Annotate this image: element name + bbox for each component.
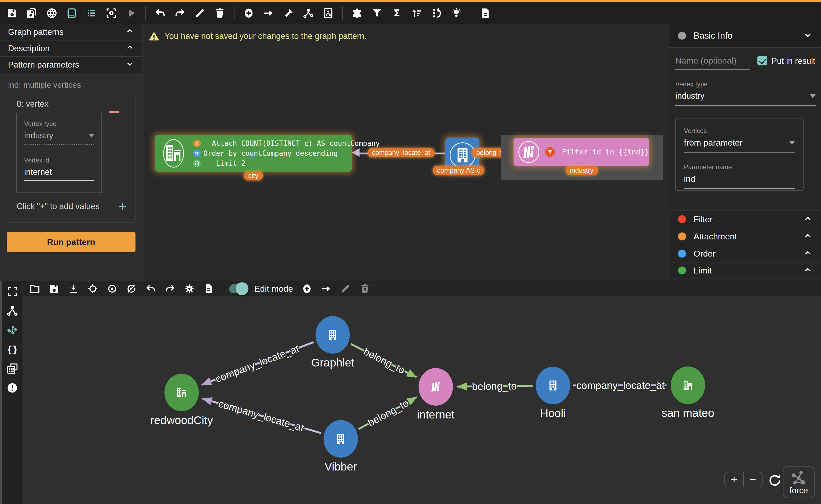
vertex-type-select[interactable]: industry [675, 91, 816, 101]
section-description[interactable]: Description [0, 40, 142, 57]
chevron-up-icon[interactable] [803, 214, 812, 224]
graph-node-Vibber[interactable] [324, 420, 358, 458]
undo-icon[interactable] [154, 7, 166, 19]
delete-x-icon[interactable] [359, 283, 371, 295]
section-graph-patterns[interactable]: Graph patterns [0, 24, 142, 40]
pattern-label-industry[interactable]: industry [565, 166, 598, 175]
pattern-label-company[interactable]: company AS c [433, 166, 484, 175]
gsql-icon[interactable] [46, 7, 58, 19]
locate-icon[interactable] [87, 283, 99, 295]
section-limit[interactable]: Limit [670, 262, 821, 279]
aggregate-icon[interactable]: Σ [391, 7, 403, 19]
force-network-icon [789, 469, 808, 488]
docs-icon[interactable] [203, 283, 215, 295]
save-icon[interactable] [48, 283, 60, 295]
force-layout-button[interactable]: force [783, 466, 815, 498]
draw-edge-icon[interactable] [282, 7, 295, 19]
redo-icon[interactable] [174, 7, 186, 19]
open-icon[interactable] [29, 283, 41, 295]
parameter-name-input[interactable]: ind [684, 174, 795, 184]
remove-value-button[interactable] [109, 111, 119, 113]
edge-label: belong_to [366, 397, 411, 428]
pattern-list-icon[interactable] [85, 7, 98, 19]
add-vertex-icon[interactable] [301, 283, 313, 295]
edge-arrowhead-icon [352, 148, 360, 157]
network-icon[interactable] [6, 324, 18, 336]
vertices-label: Vertices [684, 127, 795, 135]
add-vertex-icon[interactable] [243, 7, 255, 19]
graph-node-Hooli[interactable] [536, 367, 570, 404]
edit-icon[interactable] [194, 7, 206, 19]
edit-icon[interactable] [340, 283, 352, 295]
put-in-result-checkbox[interactable] [757, 56, 767, 65]
section-attachment[interactable]: Attachment [670, 228, 821, 245]
svg-text:Σ: Σ [394, 8, 400, 18]
pattern-edge-label[interactable]: company_locate_at [368, 148, 435, 157]
docs-icon[interactable] [479, 7, 491, 19]
fullscreen-icon[interactable] [6, 285, 18, 298]
chevron-up-icon[interactable] [125, 43, 134, 54]
section-pattern-parameters[interactable]: Pattern parameters [0, 57, 142, 73]
zoom-out-button[interactable]: − [744, 472, 762, 487]
alert-icon[interactable] [6, 382, 18, 394]
focus-view-icon[interactable] [105, 7, 117, 19]
json-icon[interactable]: {} [6, 343, 18, 355]
tables-icon[interactable] [6, 362, 18, 375]
vertex-type-select[interactable]: industry [24, 131, 94, 140]
order-dot-icon [678, 250, 686, 258]
graph-node-Graphlet[interactable] [316, 316, 350, 354]
graph-node-san mateo[interactable] [671, 366, 705, 404]
select-path-icon[interactable] [302, 7, 315, 19]
basic-info-header[interactable]: Basic Info [670, 24, 821, 48]
add-value-button[interactable]: + [118, 201, 127, 212]
section-filter[interactable]: Filter [670, 210, 821, 228]
chevron-down-icon[interactable] [803, 31, 812, 41]
filter-icon[interactable] [371, 7, 383, 19]
pattern-node-city[interactable]: Σ Attach COUNT(DISTINCT c) AS countCompa… [155, 135, 352, 172]
chevron-down-icon[interactable] [125, 59, 134, 71]
limit-icon[interactable] [430, 7, 443, 19]
refresh-layout-button[interactable] [768, 473, 782, 487]
subgraph-icon[interactable] [322, 7, 334, 19]
undo-icon[interactable] [145, 283, 157, 295]
toolbar-divider [471, 6, 471, 20]
pattern-canvas[interactable]: You have not saved your changes to the g… [143, 24, 669, 281]
name-input[interactable]: Name (optional) [675, 56, 750, 70]
attachment-icon[interactable] [351, 7, 363, 19]
save-icon[interactable] [6, 7, 18, 19]
zoom-in-button[interactable]: + [725, 472, 744, 487]
vertices-source-select[interactable]: from parameter [684, 138, 795, 148]
suggest-icon[interactable] [450, 7, 463, 19]
graph-node-redwoodCity[interactable] [164, 374, 199, 411]
pattern-node-industry[interactable]: Filter id in {{ind}} [513, 138, 649, 166]
chevron-up-icon[interactable] [803, 231, 812, 242]
redo-icon[interactable] [164, 283, 176, 295]
section-order[interactable]: Order [670, 245, 821, 262]
company-icon [337, 434, 344, 444]
add-edge-icon[interactable] [263, 7, 275, 19]
input-underline [684, 188, 795, 189]
pattern-label-city[interactable]: city [244, 171, 263, 180]
graph-node-internet[interactable] [419, 368, 453, 406]
chevron-up-icon[interactable] [803, 249, 812, 259]
play-icon[interactable] [125, 7, 137, 19]
vertical-scrollbar[interactable] [0, 281, 2, 504]
hide-icon[interactable] [125, 283, 137, 295]
run-pattern-button[interactable]: Run pattern [7, 232, 135, 252]
chevron-up-icon[interactable] [803, 265, 812, 276]
hierarchy-icon[interactable] [6, 305, 18, 317]
add-edge-icon[interactable] [320, 283, 332, 295]
graph-visualization[interactable]: company_locate_atbelong_tocompany_locate… [23, 297, 821, 504]
delete-icon[interactable] [214, 7, 226, 19]
settings-icon[interactable] [183, 283, 195, 295]
pattern-view-icon[interactable] [65, 7, 78, 19]
dropdown-caret-icon [789, 141, 795, 144]
vertex-id-input[interactable]: internet [24, 167, 94, 177]
graph-canvas[interactable]: company_locate_atbelong_tocompany_locate… [23, 297, 821, 504]
edit-mode-toggle[interactable] [229, 284, 247, 293]
show-icon[interactable] [106, 283, 118, 295]
download-icon[interactable] [68, 283, 79, 295]
order-icon[interactable] [410, 7, 423, 19]
save-copy-icon[interactable] [26, 7, 38, 19]
chevron-up-icon[interactable] [125, 27, 134, 38]
